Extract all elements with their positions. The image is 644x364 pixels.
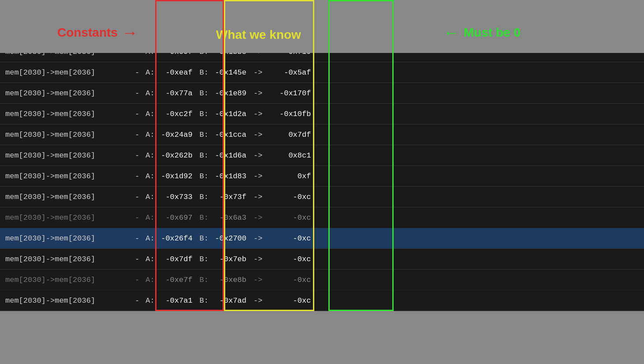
a-label-cell: A: bbox=[142, 172, 156, 180]
dash-cell: - bbox=[132, 296, 142, 305]
a-val-cell: -0x262b bbox=[156, 151, 196, 160]
a-val-cell: -0x7df bbox=[156, 255, 196, 263]
b-label-cell: B: bbox=[196, 296, 210, 305]
labels-area: Constants → What we know ← Must be 0 bbox=[0, 0, 644, 53]
table-row: mem[2030]->mem[2036] - A: -0xe7f B: -0xe… bbox=[0, 270, 644, 290]
b-val-cell: -0xe8b bbox=[210, 276, 250, 284]
b-val-cell: -0x1d2a bbox=[210, 110, 250, 118]
dash-cell: - bbox=[132, 89, 142, 98]
addr-cell: mem[2030]->mem[2036] bbox=[0, 68, 132, 77]
table-row: mem[2030]->mem[2036] - A: -0xc2f B: -0x1… bbox=[0, 104, 644, 124]
main-container: mem[2030]->mem[2036] - A: -0x381 B: -0xb… bbox=[0, 0, 644, 364]
a-label-cell: A: bbox=[142, 214, 156, 222]
result-cell: -0x5af bbox=[266, 68, 314, 77]
table-row: mem[2030]->mem[2036] - A: -0x697 B: -0x6… bbox=[0, 207, 644, 228]
b-val-cell: -0x145e bbox=[210, 68, 250, 77]
dash-cell: - bbox=[132, 151, 142, 160]
addr-cell: mem[2030]->mem[2036] bbox=[0, 234, 132, 243]
whatweknow-label: What we know bbox=[216, 28, 301, 42]
result-cell: 0xf bbox=[266, 172, 314, 180]
result-cell: -0xc bbox=[266, 276, 314, 284]
whatweknow-label-group: What we know bbox=[216, 28, 301, 42]
b-val-cell: -0x1d83 bbox=[210, 172, 250, 180]
result-cell: -0xc bbox=[266, 255, 314, 263]
a-label-cell: A: bbox=[142, 234, 156, 243]
a-label-cell: A: bbox=[142, 255, 156, 263]
a-val-cell: -0xeaf bbox=[156, 68, 196, 77]
b-label-cell: B: bbox=[196, 89, 210, 98]
b-val-cell: -0x73f bbox=[210, 193, 250, 201]
dash-cell: - bbox=[132, 193, 142, 201]
mustbe0-label-group: ← Must be 0 bbox=[443, 23, 521, 42]
table-row: mem[2030]->mem[2036] - A: -0x1d92 B: -0x… bbox=[0, 166, 644, 187]
arrow-cell: -> bbox=[250, 234, 266, 243]
dash-cell: - bbox=[132, 110, 142, 118]
a-label-cell: A: bbox=[142, 193, 156, 201]
b-val-cell: -0x2700 bbox=[210, 234, 250, 243]
b-val-cell: -0x7ad bbox=[210, 296, 250, 305]
result-cell: -0xc bbox=[266, 214, 314, 222]
a-label-cell: A: bbox=[142, 276, 156, 284]
a-val-cell: -0x26f4 bbox=[156, 234, 196, 243]
dash-cell: - bbox=[132, 68, 142, 77]
dash-cell: - bbox=[132, 214, 142, 222]
arrow-cell: -> bbox=[250, 68, 266, 77]
table-row: mem[2030]->mem[2036] - A: -0x24a9 B: -0x… bbox=[0, 124, 644, 145]
constants-label-group: Constants → bbox=[57, 23, 138, 42]
a-val-cell: -0x697 bbox=[156, 214, 196, 222]
arrow-cell: -> bbox=[250, 255, 266, 263]
arrow-cell: -> bbox=[250, 110, 266, 118]
dash-cell: - bbox=[132, 276, 142, 284]
b-val-cell: -0x1cca bbox=[210, 131, 250, 139]
table-row: mem[2030]->mem[2036] - A: -0x77a B: -0x1… bbox=[0, 83, 644, 104]
result-cell: -0xc bbox=[266, 193, 314, 201]
b-val-cell: -0x7eb bbox=[210, 255, 250, 263]
addr-cell: mem[2030]->mem[2036] bbox=[0, 193, 132, 201]
arrow-cell: -> bbox=[250, 151, 266, 160]
addr-cell: mem[2030]->mem[2036] bbox=[0, 172, 132, 180]
arrow-cell: -> bbox=[250, 193, 266, 201]
result-cell: -0xc bbox=[266, 296, 314, 305]
a-label-cell: A: bbox=[142, 151, 156, 160]
constants-label: Constants bbox=[57, 26, 118, 40]
mustbe0-label: Must be 0 bbox=[464, 26, 521, 40]
b-label-cell: B: bbox=[196, 255, 210, 263]
table-row: mem[2030]->mem[2036] - A: -0x26f4 B: -0x… bbox=[0, 228, 644, 249]
a-label-cell: A: bbox=[142, 89, 156, 98]
b-label-cell: B: bbox=[196, 172, 210, 180]
b-label-cell: B: bbox=[196, 193, 210, 201]
dash-cell: - bbox=[132, 255, 142, 263]
a-val-cell: -0x77a bbox=[156, 89, 196, 98]
arrow-cell: -> bbox=[250, 296, 266, 305]
a-val-cell: -0x733 bbox=[156, 193, 196, 201]
addr-cell: mem[2030]->mem[2036] bbox=[0, 89, 132, 98]
table-row: mem[2030]->mem[2036] - A: -0x7df B: -0x7… bbox=[0, 249, 644, 270]
b-val-cell: -0x1e89 bbox=[210, 89, 250, 98]
b-val-cell: -0x1d6a bbox=[210, 151, 250, 160]
dash-cell: - bbox=[132, 172, 142, 180]
addr-cell: mem[2030]->mem[2036] bbox=[0, 110, 132, 118]
addr-cell: mem[2030]->mem[2036] bbox=[0, 131, 132, 139]
result-cell: 0x7df bbox=[266, 131, 314, 139]
a-val-cell: -0xe7f bbox=[156, 276, 196, 284]
b-label-cell: B: bbox=[196, 131, 210, 139]
arrow-cell: -> bbox=[250, 131, 266, 139]
a-val-cell: -0x24a9 bbox=[156, 131, 196, 139]
a-val-cell: -0xc2f bbox=[156, 110, 196, 118]
addr-cell: mem[2030]->mem[2036] bbox=[0, 151, 132, 160]
a-val-cell: -0x1d92 bbox=[156, 172, 196, 180]
arrow-cell: -> bbox=[250, 172, 266, 180]
b-label-cell: B: bbox=[196, 234, 210, 243]
a-val-cell: -0x7a1 bbox=[156, 296, 196, 305]
addr-cell: mem[2030]->mem[2036] bbox=[0, 296, 132, 305]
result-cell: 0x8c1 bbox=[266, 151, 314, 160]
a-label-cell: A: bbox=[142, 131, 156, 139]
arrow-cell: -> bbox=[250, 276, 266, 284]
arrow-cell: -> bbox=[250, 89, 266, 98]
result-cell: -0x170f bbox=[266, 89, 314, 98]
b-val-cell: -0x6a3 bbox=[210, 214, 250, 222]
result-cell: -0x10fb bbox=[266, 110, 314, 118]
a-label-cell: A: bbox=[142, 110, 156, 118]
a-label-cell: A: bbox=[142, 68, 156, 77]
arrow-cell: -> bbox=[250, 214, 266, 222]
